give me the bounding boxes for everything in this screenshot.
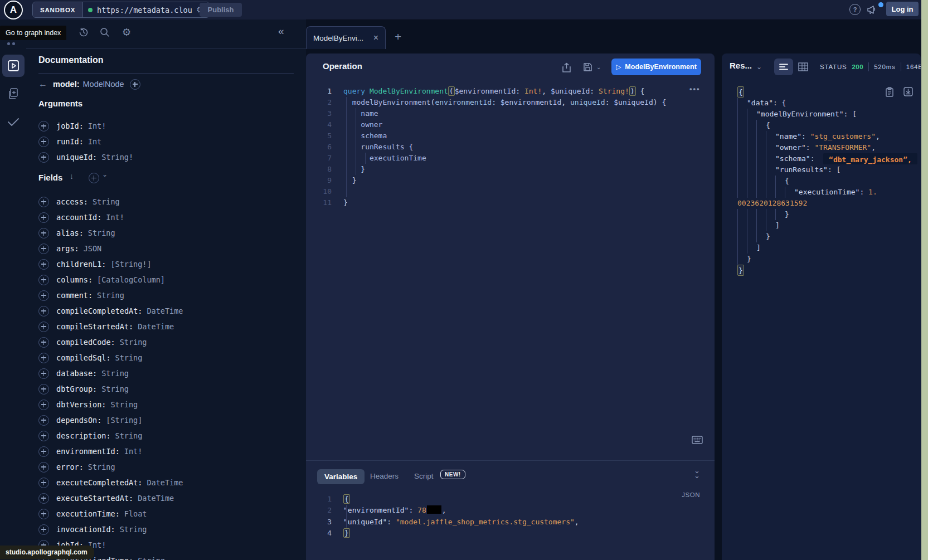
add-field-icon[interactable] bbox=[38, 259, 49, 270]
endpoint-url-input[interactable]: https://metadata.cloud.get bbox=[97, 6, 192, 14]
history-icon[interactable] bbox=[78, 27, 89, 38]
add-field-icon[interactable] bbox=[38, 524, 49, 535]
add-field-icon[interactable] bbox=[38, 137, 49, 147]
line-number: 1 bbox=[306, 86, 332, 97]
raw-view-button[interactable] bbox=[774, 59, 793, 75]
field-type[interactable]: String bbox=[138, 556, 165, 560]
field-type[interactable]: [String] bbox=[106, 416, 142, 425]
add-field-icon[interactable] bbox=[38, 197, 49, 207]
operation-tab[interactable]: ModelByEnvi... × bbox=[306, 26, 386, 49]
login-button[interactable]: Log in bbox=[886, 2, 919, 16]
add-field-icon[interactable] bbox=[38, 337, 49, 348]
doc-settings-gear-icon[interactable]: ⚙ bbox=[122, 27, 131, 37]
field-type[interactable]: String bbox=[115, 353, 143, 362]
response-line: } bbox=[737, 209, 789, 220]
field-type[interactable]: String bbox=[97, 291, 124, 300]
add-field-icon[interactable] bbox=[38, 121, 49, 132]
tab-script[interactable]: Script bbox=[414, 472, 434, 480]
field-type[interactable]: String bbox=[88, 462, 115, 471]
add-field-icon[interactable] bbox=[38, 478, 49, 488]
explorer-nav-item[interactable] bbox=[2, 55, 25, 77]
add-field-icon[interactable] bbox=[38, 306, 49, 316]
fields-chevron-down-icon[interactable]: ⌄ bbox=[102, 171, 108, 178]
checklist-nav-item[interactable] bbox=[0, 117, 26, 127]
field-type[interactable]: String bbox=[110, 400, 138, 409]
keyboard-shortcuts-icon[interactable] bbox=[692, 436, 703, 444]
help-icon[interactable]: ? bbox=[849, 4, 861, 15]
add-field-icon[interactable] bbox=[38, 212, 49, 223]
add-field-icon[interactable] bbox=[38, 353, 49, 363]
field-type[interactable]: Int! bbox=[124, 447, 143, 456]
field-type[interactable]: DateTime bbox=[147, 478, 183, 487]
add-field-icon[interactable] bbox=[38, 509, 49, 519]
save-icon[interactable] bbox=[583, 62, 592, 72]
field-type[interactable]: String bbox=[120, 525, 147, 534]
field-type[interactable]: String bbox=[115, 431, 143, 440]
download-response-icon[interactable] bbox=[903, 87, 913, 96]
response-line: { bbox=[737, 120, 770, 131]
add-field-icon[interactable] bbox=[38, 493, 49, 504]
field-type[interactable]: Float bbox=[124, 509, 147, 518]
field-type[interactable]: String bbox=[101, 384, 129, 393]
field-type[interactable]: String bbox=[88, 228, 115, 237]
announcements-megaphone-icon[interactable] bbox=[867, 4, 878, 14]
field-type[interactable]: String! bbox=[101, 153, 133, 162]
add-field-icon[interactable] bbox=[38, 400, 49, 410]
field-type[interactable]: JSON bbox=[84, 244, 102, 253]
add-field-icon[interactable] bbox=[38, 462, 49, 473]
add-field-icon[interactable] bbox=[130, 79, 140, 90]
field-type[interactable]: DateTime bbox=[147, 306, 183, 315]
field-type[interactable]: [CatalogColumn] bbox=[97, 275, 165, 284]
add-field-icon[interactable] bbox=[38, 228, 49, 238]
run-operation-button[interactable]: ▷ ModelByEnvironment bbox=[611, 59, 701, 75]
field-type[interactable]: Int bbox=[88, 137, 101, 146]
editor-more-menu-icon[interactable]: ••• bbox=[689, 85, 701, 93]
add-all-fields-icon[interactable] bbox=[89, 173, 99, 183]
save-chevron-icon[interactable]: ⌄ bbox=[596, 64, 601, 70]
add-field-icon[interactable] bbox=[38, 152, 49, 163]
add-field-icon[interactable] bbox=[38, 384, 49, 395]
doc-field-name: model: bbox=[53, 80, 80, 89]
publish-button[interactable]: Publish bbox=[200, 3, 242, 17]
field-type[interactable]: String bbox=[101, 369, 129, 378]
status-label: STATUS bbox=[820, 64, 847, 70]
add-field-icon[interactable] bbox=[38, 244, 49, 254]
status-code: 200 bbox=[852, 64, 863, 70]
field-type[interactable]: Int! bbox=[88, 121, 106, 130]
response-title[interactable]: Res... bbox=[730, 61, 752, 70]
share-icon[interactable] bbox=[562, 62, 571, 72]
tab-headers[interactable]: Headers bbox=[370, 472, 399, 480]
response-line: "schema": “dbt_mary_jackson”, bbox=[737, 153, 917, 164]
field-type[interactable]: [String!] bbox=[110, 260, 151, 269]
add-field-icon[interactable] bbox=[38, 415, 49, 426]
add-field-icon[interactable] bbox=[38, 368, 49, 379]
add-field-icon[interactable] bbox=[38, 290, 49, 301]
field-type[interactable]: String bbox=[120, 338, 147, 347]
line-number: 7 bbox=[306, 153, 332, 164]
collapse-variables-icon[interactable]: ⌄⌄ bbox=[694, 468, 700, 478]
add-tab-button[interactable]: + bbox=[395, 30, 401, 43]
copy-response-icon[interactable] bbox=[885, 87, 894, 97]
add-field-icon[interactable] bbox=[38, 431, 49, 441]
back-arrow-icon[interactable]: ← bbox=[38, 79, 47, 89]
tab-variables[interactable]: Variables bbox=[317, 469, 365, 484]
doc-field-type-link[interactable]: ModelNode bbox=[83, 80, 124, 89]
apollo-logo-icon[interactable]: A bbox=[4, 1, 23, 20]
add-field-icon[interactable] bbox=[38, 275, 49, 285]
field-type[interactable]: Int! bbox=[106, 213, 124, 222]
tab-close-icon[interactable]: × bbox=[373, 33, 378, 42]
field-type[interactable]: DateTime bbox=[138, 494, 174, 503]
add-field-icon[interactable] bbox=[38, 446, 49, 457]
search-icon[interactable] bbox=[99, 27, 110, 38]
add-field-icon[interactable] bbox=[38, 322, 49, 332]
collapse-panel-icon[interactable]: « bbox=[278, 25, 284, 37]
code-token-p: : bbox=[516, 87, 524, 95]
table-view-icon[interactable] bbox=[798, 62, 808, 71]
response-chevron-icon[interactable]: ⌄ bbox=[756, 63, 762, 71]
sort-fields-icon[interactable]: ↓ bbox=[70, 172, 74, 181]
code-token-num: 0023620128631592 bbox=[737, 198, 807, 209]
field-name: access: bbox=[56, 197, 88, 206]
collections-nav-item[interactable] bbox=[0, 87, 26, 100]
field-type[interactable]: String bbox=[93, 197, 120, 206]
field-type[interactable]: DateTime bbox=[138, 322, 174, 331]
